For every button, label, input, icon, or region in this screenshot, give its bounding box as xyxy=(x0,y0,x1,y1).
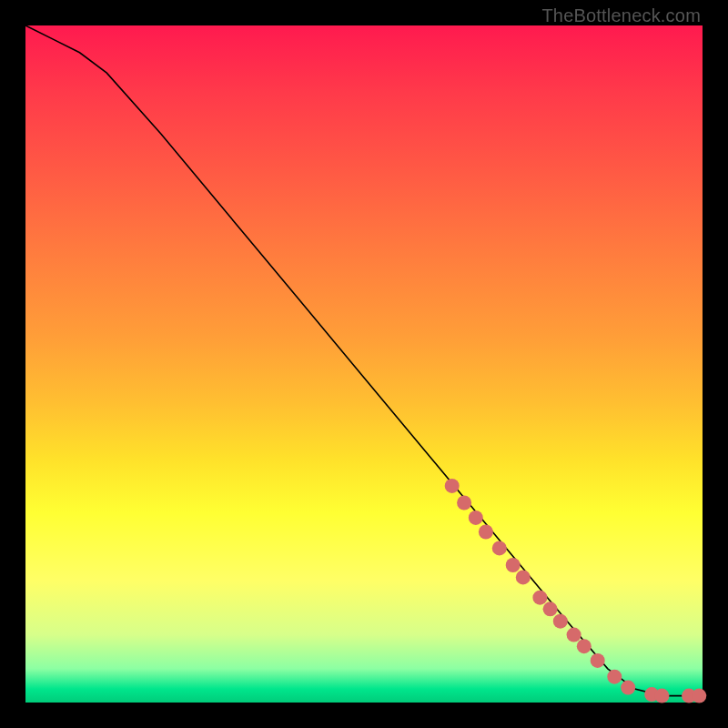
data-marker xyxy=(457,496,471,511)
data-marker xyxy=(621,681,635,695)
data-marker xyxy=(607,670,622,684)
curve-line xyxy=(25,25,703,696)
data-marker xyxy=(469,511,483,525)
watermark-text: TheBottleneck.com xyxy=(541,5,701,26)
data-marker xyxy=(532,591,547,605)
data-marker xyxy=(506,558,521,572)
data-marker xyxy=(516,570,531,584)
data-marker xyxy=(543,602,558,616)
plot-area xyxy=(25,25,703,703)
data-marker xyxy=(479,525,493,540)
data-marker xyxy=(654,689,669,703)
data-marker xyxy=(591,653,605,668)
data-marker xyxy=(567,628,581,642)
data-marker xyxy=(553,614,568,629)
data-marker xyxy=(492,541,507,555)
data-marker xyxy=(577,639,592,653)
data-marker xyxy=(445,479,460,493)
chart-frame: TheBottleneck.com xyxy=(0,0,728,728)
markers-group xyxy=(445,479,707,703)
data-marker xyxy=(692,689,706,703)
chart-svg xyxy=(25,25,703,703)
